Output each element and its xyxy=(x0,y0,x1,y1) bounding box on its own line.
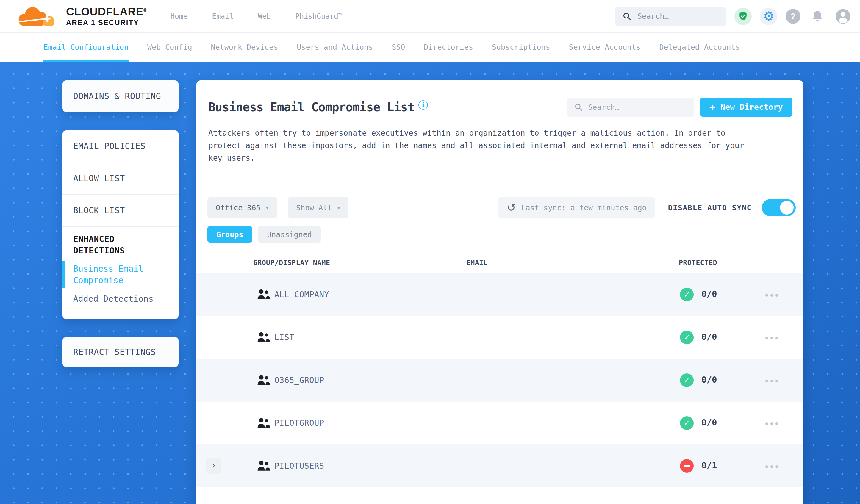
check-icon: ✓ xyxy=(684,376,690,385)
sidebar-item-allow-list[interactable]: ALLOW LIST xyxy=(62,162,178,195)
protected-count: 0/0 xyxy=(701,375,717,385)
row-menu-button[interactable] xyxy=(764,377,779,385)
protected-status-icon: ✓ xyxy=(680,331,694,344)
group-icon xyxy=(257,331,270,345)
cloudflare-logo[interactable]: CLOUDFLARE® AREA 1 SECURITY xyxy=(15,4,147,29)
row-menu-button[interactable] xyxy=(764,419,779,428)
directory-filter-dropdown[interactable]: Office 365 ▾ xyxy=(207,197,277,218)
tab-network-devices[interactable]: Network Devices xyxy=(211,33,278,61)
table-row[interactable]: › O365_GROUP ✓ 0/0 xyxy=(197,359,803,402)
tab-delegated-accounts[interactable]: Delegated Accounts xyxy=(659,33,740,61)
show-filter-dropdown[interactable]: Show All ▾ xyxy=(288,197,348,218)
sidebar-item-retract-settings[interactable]: RETRACT SETTINGS xyxy=(62,337,178,367)
protected-count: 0/0 xyxy=(701,417,717,428)
tab-subscriptions[interactable]: Subscriptions xyxy=(492,33,550,61)
column-header-group-name: GROUP/DISPLAY NAME xyxy=(253,259,330,267)
refresh-icon: ↺ xyxy=(507,202,516,213)
protected-count: 0/0 xyxy=(701,332,717,342)
row-expander[interactable]: › xyxy=(206,458,221,474)
card-header: Business Email Compromise Listi Search… … xyxy=(197,80,803,117)
auto-sync-label: DISABLE AUTO SYNC xyxy=(668,203,752,212)
help-button[interactable]: ? xyxy=(786,9,801,24)
sidebar-item-domains-routing[interactable]: DOMAINS & ROUTING xyxy=(62,80,178,112)
toggle-knob xyxy=(780,201,794,215)
last-sync-button[interactable]: ↺ Last sync: a few minutes ago xyxy=(499,197,655,218)
tab-users-and-actions[interactable]: Users and Actions xyxy=(297,33,373,61)
group-icon xyxy=(257,374,270,387)
top-header: CLOUDFLARE® AREA 1 SECURITY Home Email W… xyxy=(0,0,860,33)
tab-web-config[interactable]: Web Config xyxy=(147,33,192,61)
sidebar-item-added-detections[interactable]: Added Detections xyxy=(62,289,178,304)
brand-subtitle: AREA 1 SECURITY xyxy=(66,18,147,27)
group-icon xyxy=(257,459,270,473)
group-name: LIST xyxy=(274,333,294,342)
table-body: › ALL COMPANY ✓ 0/0 › LIST xyxy=(197,273,803,487)
check-icon: ✓ xyxy=(684,290,690,299)
list-search-input[interactable]: Search… xyxy=(567,98,694,117)
account-button[interactable] xyxy=(834,8,852,25)
nav-phishguard[interactable]: PhishGuard™ xyxy=(295,12,343,20)
column-header-email: EMAIL xyxy=(466,259,488,267)
brand-wordmark: CLOUDFLARE® xyxy=(66,6,147,18)
column-header-protected: PROTECTED xyxy=(679,259,717,267)
plus-icon: + xyxy=(710,101,716,113)
protected-status-icon: ✓ xyxy=(680,459,694,473)
bell-icon xyxy=(811,10,824,23)
table-row[interactable]: › LIST ✓ 0/0 xyxy=(197,316,803,359)
chevron-down-icon: ▾ xyxy=(266,204,269,211)
global-search-input[interactable]: Search… xyxy=(615,6,726,26)
sidebar-card-domains: DOMAINS & ROUTING xyxy=(62,80,178,112)
chevron-down-icon: ▾ xyxy=(337,204,340,211)
row-menu-button[interactable] xyxy=(764,291,779,300)
nav-web[interactable]: Web xyxy=(258,12,271,20)
info-icon[interactable]: i xyxy=(418,100,428,110)
nav-home[interactable]: Home xyxy=(171,12,188,20)
settings-button[interactable]: ⚙ xyxy=(760,8,777,25)
group-name: PILOTGROUP xyxy=(274,418,324,428)
table-row[interactable]: › ALL COMPANY ✓ 0/0 xyxy=(197,273,803,316)
bec-list-card: Business Email Compromise Listi Search… … xyxy=(197,80,803,504)
tab-groups[interactable]: Groups xyxy=(207,226,252,243)
search-placeholder: Search… xyxy=(637,12,669,20)
auto-sync-toggle[interactable] xyxy=(762,199,796,216)
search-icon xyxy=(574,103,583,111)
tab-unassigned[interactable]: Unassigned xyxy=(258,226,321,243)
tab-email-configuration[interactable]: Email Configuration xyxy=(43,33,129,61)
group-icon xyxy=(257,288,270,302)
protected-status-icon: ✓ xyxy=(680,416,694,430)
nav-email[interactable]: Email xyxy=(212,12,233,20)
new-directory-button[interactable]: + New Directory xyxy=(700,98,792,117)
user-avatar-icon xyxy=(835,8,851,24)
search-placeholder: Search… xyxy=(588,103,619,112)
description-text: Attackers often try to impersonate execu… xyxy=(208,127,747,164)
sidebar-item-block-list[interactable]: BLOCK LIST xyxy=(62,195,178,227)
notifications-button[interactable] xyxy=(809,8,826,25)
header-actions: Search… ⚙ ? xyxy=(615,6,852,26)
group-name: PILOTUSERS xyxy=(274,461,324,470)
new-directory-label: New Directory xyxy=(720,103,783,112)
sidebar-item-email-policies[interactable]: EMAIL POLICIES xyxy=(62,130,178,162)
cloudflare-cloud-icon xyxy=(15,4,61,29)
group-name: ALL COMPANY xyxy=(274,290,329,299)
row-menu-button[interactable] xyxy=(764,462,779,471)
security-status-button[interactable] xyxy=(734,8,752,25)
tab-service-accounts[interactable]: Service Accounts xyxy=(569,33,641,61)
list-tabs: Groups Unassigned xyxy=(197,226,803,243)
sidebar-item-business-email-compromise[interactable]: Business Email Compromise xyxy=(62,260,178,289)
search-icon xyxy=(622,12,631,21)
sidebar-card-policies: EMAIL POLICIES ALLOW LIST BLOCK LIST ENH… xyxy=(62,130,178,319)
tab-directories[interactable]: Directories xyxy=(424,33,473,61)
row-menu-button[interactable] xyxy=(764,334,779,343)
table-row[interactable]: › PILOTUSERS ✓ 0/1 xyxy=(197,445,803,487)
tab-sso[interactable]: SSO xyxy=(392,33,405,61)
primary-nav: Home Email Web PhishGuard™ xyxy=(171,12,343,20)
table-header: GROUP/DISPLAY NAME EMAIL PROTECTED xyxy=(197,254,803,273)
check-icon: ✓ xyxy=(684,419,690,428)
table-row[interactable]: › PILOTGROUP ✓ 0/0 xyxy=(197,402,803,445)
minus-icon xyxy=(684,465,690,467)
divider xyxy=(207,180,792,180)
gear-icon: ⚙ xyxy=(763,10,774,23)
last-sync-label: Last sync: a few minutes ago xyxy=(521,203,646,212)
logo-text: CLOUDFLARE® AREA 1 SECURITY xyxy=(66,6,147,27)
group-name: O365_GROUP xyxy=(274,375,324,385)
